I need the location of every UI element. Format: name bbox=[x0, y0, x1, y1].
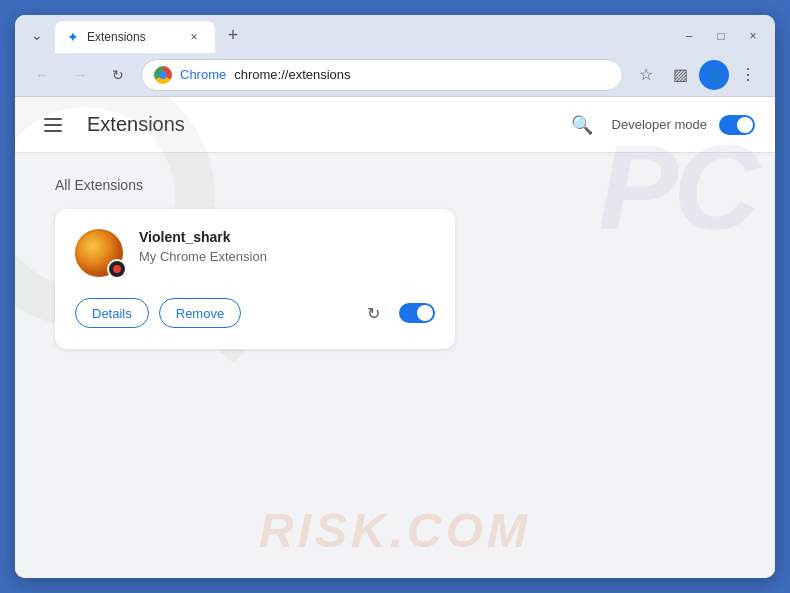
maximize-button[interactable]: □ bbox=[707, 25, 735, 47]
tab-area: ⌄ ✦ Extensions × + bbox=[23, 21, 675, 53]
browser-window: ⌄ ✦ Extensions × + – □ × ← → ↻ Chrome ch… bbox=[15, 15, 775, 578]
extension-card-top: Violent_shark My Chrome Extension bbox=[75, 229, 435, 277]
developer-mode-label: Developer mode bbox=[612, 117, 707, 132]
new-tab-button[interactable]: + bbox=[219, 21, 247, 49]
details-button[interactable]: Details bbox=[75, 298, 149, 328]
hamburger-line-2 bbox=[44, 124, 62, 126]
browser-toolbar: ← → ↻ Chrome chrome://extensions ☆ ▨ 👤 ⋮ bbox=[15, 53, 775, 97]
star-button[interactable]: ☆ bbox=[631, 60, 661, 90]
toolbar-icons: ☆ ▨ 👤 ⋮ bbox=[631, 60, 763, 90]
extensions-body: All Extensions Violent_ bbox=[15, 153, 775, 578]
menu-button[interactable]: ⋮ bbox=[733, 60, 763, 90]
extension-badge-dot bbox=[113, 265, 121, 273]
extension-info: Violent_shark My Chrome Extension bbox=[139, 229, 267, 264]
extension-card-bottom: Details Remove ↻ bbox=[75, 297, 435, 329]
extensions-button[interactable]: ▨ bbox=[665, 60, 695, 90]
address-bar[interactable]: Chrome chrome://extensions bbox=[141, 59, 623, 91]
extensions-page: Extensions 🔍 Developer mode All Extensio… bbox=[15, 97, 775, 578]
extension-card: Violent_shark My Chrome Extension Detail… bbox=[55, 209, 455, 349]
all-extensions-label: All Extensions bbox=[55, 177, 735, 193]
hamburger-line-1 bbox=[44, 118, 62, 120]
title-bar: ⌄ ✦ Extensions × + – □ × bbox=[15, 15, 775, 53]
hamburger-line-3 bbox=[44, 130, 62, 132]
extensions-header-right: 🔍 Developer mode bbox=[564, 107, 755, 143]
chrome-logo-icon bbox=[154, 66, 172, 84]
developer-mode-toggle[interactable] bbox=[719, 115, 755, 135]
remove-button[interactable]: Remove bbox=[159, 298, 241, 328]
window-controls: – □ × bbox=[675, 25, 767, 53]
profile-button[interactable]: 👤 bbox=[699, 60, 729, 90]
extension-description: My Chrome Extension bbox=[139, 249, 267, 264]
back-button[interactable]: ← bbox=[27, 60, 57, 90]
chrome-brand-label: Chrome bbox=[180, 67, 226, 82]
reload-extension-button[interactable]: ↻ bbox=[357, 297, 389, 329]
forward-button[interactable]: → bbox=[65, 60, 95, 90]
active-tab[interactable]: ✦ Extensions × bbox=[55, 21, 215, 53]
extensions-page-title: Extensions bbox=[87, 113, 548, 136]
page-content: PC RISK.COM Extensions 🔍 Developer mode bbox=[15, 97, 775, 578]
extension-badge bbox=[107, 259, 127, 279]
extension-toggle[interactable] bbox=[399, 303, 435, 323]
extension-name: Violent_shark bbox=[139, 229, 267, 245]
hamburger-menu-button[interactable] bbox=[35, 107, 71, 143]
minimize-button[interactable]: – bbox=[675, 25, 703, 47]
tab-back-dropdown[interactable]: ⌄ bbox=[23, 21, 51, 49]
reload-button[interactable]: ↻ bbox=[103, 60, 133, 90]
tab-title: Extensions bbox=[87, 30, 177, 44]
extension-icon-wrapper bbox=[75, 229, 123, 277]
close-button[interactable]: × bbox=[739, 25, 767, 47]
tab-favicon-icon: ✦ bbox=[67, 29, 79, 45]
search-extensions-button[interactable]: 🔍 bbox=[564, 107, 600, 143]
address-text: chrome://extensions bbox=[234, 67, 610, 82]
extensions-header: Extensions 🔍 Developer mode bbox=[15, 97, 775, 153]
tab-close-button[interactable]: × bbox=[185, 28, 203, 46]
